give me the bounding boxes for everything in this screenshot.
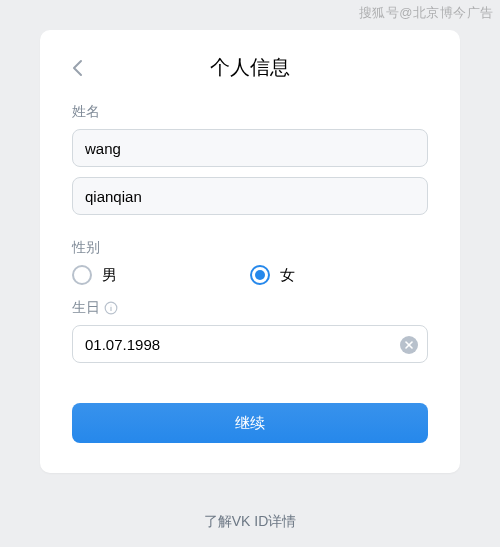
name-group: 姓名 bbox=[72, 103, 428, 225]
page-title: 个人信息 bbox=[72, 54, 428, 81]
birthday-label: 生日 bbox=[72, 299, 428, 317]
info-icon[interactable] bbox=[104, 301, 118, 315]
svg-point-2 bbox=[111, 305, 112, 306]
gender-radios: 男 女 bbox=[72, 265, 428, 285]
last-name-input[interactable] bbox=[72, 177, 428, 215]
continue-button[interactable]: 继续 bbox=[72, 403, 428, 443]
birthday-input[interactable] bbox=[72, 325, 428, 363]
card-header: 个人信息 bbox=[72, 54, 428, 81]
first-name-input[interactable] bbox=[72, 129, 428, 167]
radio-female[interactable]: 女 bbox=[250, 265, 428, 285]
gender-group: 性别 男 女 bbox=[72, 239, 428, 285]
birthday-input-wrap bbox=[72, 325, 428, 373]
radio-icon bbox=[250, 265, 270, 285]
name-label: 姓名 bbox=[72, 103, 428, 121]
watermark-text: 搜狐号@北京博今广告 bbox=[359, 4, 494, 22]
birthday-group: 生日 bbox=[72, 299, 428, 373]
back-icon[interactable] bbox=[66, 56, 90, 80]
birthday-label-text: 生日 bbox=[72, 299, 100, 317]
radio-female-label: 女 bbox=[280, 266, 295, 285]
personal-info-card: 个人信息 姓名 性别 男 女 生日 bbox=[40, 30, 460, 473]
clear-icon[interactable] bbox=[400, 336, 418, 354]
learn-more-link[interactable]: 了解VK ID详情 bbox=[0, 513, 500, 531]
radio-male[interactable]: 男 bbox=[72, 265, 250, 285]
gender-label: 性别 bbox=[72, 239, 428, 257]
radio-icon bbox=[72, 265, 92, 285]
radio-male-label: 男 bbox=[102, 266, 117, 285]
